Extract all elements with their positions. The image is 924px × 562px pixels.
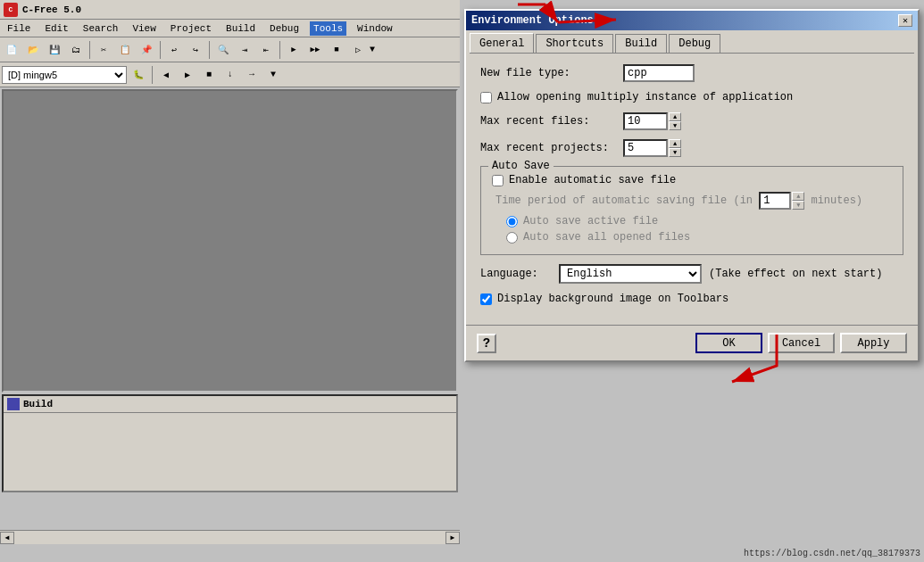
debug-icon[interactable]: 🐛 [129,65,148,85]
radio-active-file-label: Auto save active file [523,215,658,227]
max-recent-projects-spinner: ▲ ▼ [623,139,681,157]
next-btn[interactable]: ▶ [178,65,197,85]
undo-button[interactable]: ↩ [164,40,184,60]
build-selector[interactable]: [D] mingw5 [2,66,127,84]
close-button[interactable]: ✕ [898,14,912,27]
stop-debug-btn[interactable]: ■ [199,65,219,85]
max-recent-projects-input[interactable] [623,139,668,157]
ide-toolbar: 📄 📂 💾 🗂 ✂ 📋 📌 ↩ ↪ 🔍 ⇥ ⇤ ▶ ▶▶ ■ ▷ ▼ [0,37,460,62]
new-button[interactable]: 📄 [2,40,21,60]
cut-button[interactable]: ✂ [94,40,113,60]
max-recent-files-spinner: ▲ ▼ [623,112,681,130]
spin-up-files[interactable]: ▲ [669,112,681,121]
unindent-button[interactable]: ⇤ [256,40,276,60]
new-file-type-input[interactable] [623,64,695,82]
radio-all-files[interactable] [506,232,518,244]
menu-window[interactable]: Window [354,21,396,36]
time-period-row: Time period of automatic saving file (in… [492,192,892,210]
build-panel-title: Build [4,396,456,413]
spin-up-projects[interactable]: ▲ [669,139,681,148]
max-recent-projects-row: Max recent projects: ▲ ▼ [480,139,903,157]
menu-project[interactable]: Project [167,21,215,36]
stop-button[interactable]: ■ [327,40,346,60]
radio-all-files-row: Auto save all opened files [492,231,892,244]
environment-options-dialog[interactable]: Environment Options ✕ General Shortcuts … [464,9,920,362]
tab-debug[interactable]: Debug [669,34,720,53]
ok-button[interactable]: OK [695,333,762,353]
menu-search[interactable]: Search [79,21,122,36]
time-period-spinner: ▲ ▼ [759,192,804,210]
autosave-group: Auto Save Enable automatic save file Tim… [480,166,903,255]
step-into-btn[interactable]: ↓ [221,65,240,85]
sep4 [279,41,280,59]
run-button[interactable]: ▶▶ [305,40,325,60]
allow-multi-checkbox[interactable] [480,92,492,103]
spin-down-time[interactable]: ▼ [792,201,804,210]
max-recent-files-label: Max recent files: [480,115,623,128]
help-button[interactable]: ? [477,334,496,353]
scroll-right[interactable]: ▶ [445,532,460,544]
time-period-unit: minutes) [811,194,862,207]
url-text: https://blog.csdn.net/qq_38179373 [744,549,920,558]
build-icon [7,398,20,410]
scroll-left[interactable]: ◀ [0,532,14,544]
allow-multi-row: Allow opening multiply instance of appli… [480,91,903,103]
time-period-input[interactable] [759,192,791,210]
menu-view[interactable]: View [129,21,159,36]
radio-all-files-label: Auto save all opened files [523,231,690,244]
language-row: Language: English Chinese (Take effect o… [480,264,903,284]
sep1 [89,41,90,59]
radio-active-file[interactable] [506,216,518,227]
spin-down-files[interactable]: ▼ [669,121,681,130]
ide-toolbar2: [D] mingw5 🐛 ◀ ▶ ■ ↓ → ▼ [0,62,460,87]
tab-shortcuts[interactable]: Shortcuts [536,34,613,53]
apply-button[interactable]: Apply [840,333,907,353]
tab-general[interactable]: General [470,33,534,53]
step-button[interactable]: ▷ [348,40,368,60]
display-bg-label: Display background image on Toolbars [497,293,728,305]
display-bg-row: Display background image on Toolbars [480,293,903,305]
dialog-tabs: General Shortcuts Build Debug [466,30,918,53]
enable-autosave-row: Enable automatic save file [492,174,892,186]
dialog-title: Environment Options [471,14,594,27]
indent-button[interactable]: ⇥ [235,40,254,60]
display-bg-checkbox[interactable] [480,293,492,305]
cancel-button[interactable]: Cancel [768,333,835,353]
spin-up-time[interactable]: ▲ [792,192,804,201]
language-label: Language: [480,268,552,280]
allow-multi-label: Allow opening multiply instance of appli… [497,91,793,103]
autosave-legend: Auto Save [488,160,554,172]
sep3 [209,41,210,59]
enable-autosave-checkbox[interactable] [492,175,504,186]
open-button[interactable]: 📂 [23,40,43,60]
search-button[interactable]: 🔍 [213,40,233,60]
step-over-btn[interactable]: → [242,65,262,85]
compile-button[interactable]: ▶ [284,40,304,60]
dialog-footer: ? OK Cancel Apply [466,325,918,360]
spin-down-projects[interactable]: ▼ [669,148,681,157]
tab-build[interactable]: Build [615,34,667,53]
saveall-button[interactable]: 🗂 [66,40,86,60]
menu-edit[interactable]: Edit [41,21,71,36]
save-button[interactable]: 💾 [45,40,64,60]
language-select[interactable]: English Chinese [559,264,702,284]
menu-build[interactable]: Build [222,21,259,36]
spin-buttons-time: ▲ ▼ [792,192,804,210]
radio-active-file-row: Auto save active file [492,215,892,227]
prev-btn[interactable]: ◀ [156,65,176,85]
horizontal-scrollbar[interactable]: ◀ ▶ [0,530,460,544]
max-recent-files-input[interactable] [623,112,668,130]
max-recent-projects-label: Max recent projects: [480,142,623,154]
more-btn[interactable]: ▼ [263,65,283,85]
new-file-type-label: New file type: [480,67,623,79]
menu-debug[interactable]: Debug [266,21,303,36]
enable-autosave-label: Enable automatic save file [509,174,676,186]
paste-button[interactable]: 📌 [137,40,156,60]
redo-button[interactable]: ↪ [186,40,205,60]
menu-file[interactable]: File [4,21,34,36]
max-recent-files-row: Max recent files: ▲ ▼ [480,112,903,130]
ide-background: C C-Free 5.0 File Edit Search View Proje… [0,0,460,562]
copy-button[interactable]: 📋 [115,40,135,60]
menu-tools[interactable]: Tools [310,21,346,36]
sep5 [152,66,153,84]
